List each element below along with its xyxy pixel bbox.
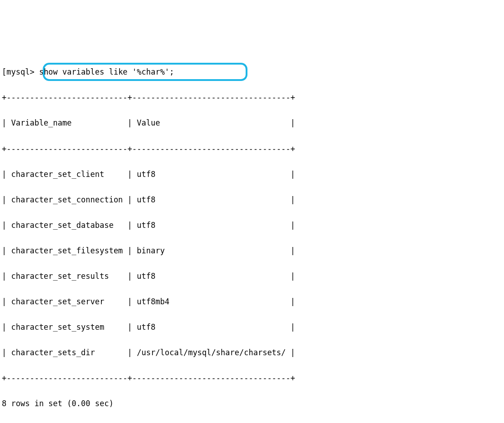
mysql-prompt: [mysql> [2,67,35,76]
table-row: | character_set_database | utf8 | [2,219,504,232]
table-row: | character_set_system | utf8 | [2,321,504,333]
table-row: | character_set_client | utf8 | [2,168,504,181]
table-border: +--------------------------+------------… [2,142,504,155]
rows-in-set: 8 rows in set (0.00 sec) [2,397,504,410]
table-row: | character_sets_dir | /usr/local/mysql/… [2,346,504,359]
command-show-variables-1: show variables like '%char%'; [35,67,174,76]
table-row: | character_set_results | utf8 | [2,270,504,282]
table-row: | character_set_server | utf8mb4 | [2,295,504,308]
table-border: +--------------------------+------------… [2,372,504,384]
table-header: | Variable_name | Value | [2,116,504,129]
table-row: | character_set_filesystem | binary | [2,244,504,257]
table-row: | character_set_connection | utf8 | [2,193,504,206]
terminal-output: [mysql> show variables like '%char%'; +-… [2,53,504,423]
prompt-line-1[interactable]: [mysql> show variables like '%char%'; [2,65,504,78]
table-border: +--------------------------+------------… [2,91,504,104]
